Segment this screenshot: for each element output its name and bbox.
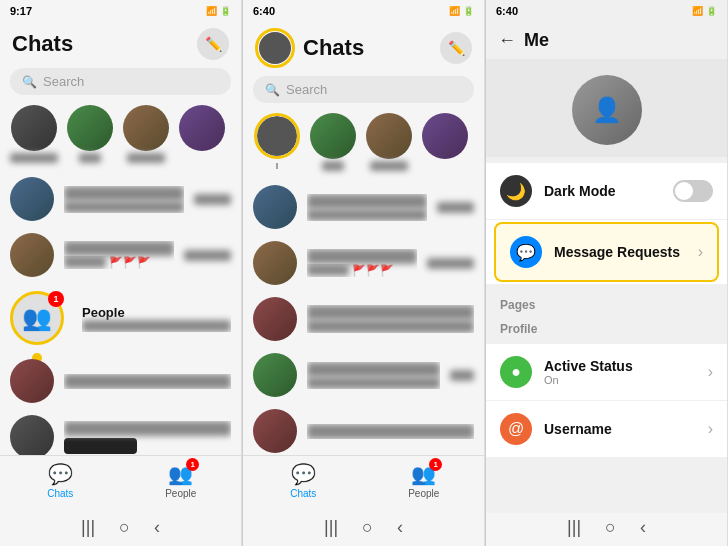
nav-bar-3: ||| ○ ‹ (486, 513, 727, 546)
dark-mode-toggle[interactable] (673, 180, 713, 202)
username-icon: @ (500, 413, 532, 445)
nav-chats-2[interactable]: 💬 Chats (243, 462, 364, 499)
nav-people-2[interactable]: 👥 1 People (364, 462, 485, 499)
chat-meta: 11 BA.MM (427, 258, 474, 269)
chat-content: Moocan Dlycn You: I pod some... (307, 194, 427, 221)
avatar-2 (67, 105, 113, 151)
dark-mode-icon: 🌙 (500, 175, 532, 207)
dark-mode-item[interactable]: 🌙 Dark Mode (486, 163, 727, 220)
back-arrow[interactable]: ← (498, 30, 516, 51)
home-btn-2[interactable]: ○ (362, 517, 373, 538)
panel-1: 9:17 📶🔋 Chats ✏️ 🔍 Search JXNMNN4K TMIN … (0, 0, 242, 546)
me-menu: 🌙 Dark Mode 💬 Message Requests › (486, 163, 727, 284)
menu-btn-3[interactable]: ||| (567, 517, 581, 538)
search-bar-2[interactable]: 🔍 Search (253, 76, 474, 103)
active-status-item[interactable]: ● Active Status On › (486, 344, 727, 401)
status-icons-3: 📶🔋 (692, 6, 717, 16)
avatar-item[interactable] (178, 105, 226, 163)
chat-item[interactable]: Jarnnlnh Dnnlnllo Jnrnnlnh 🚩🚩🚩 11 BA.MM (243, 235, 484, 291)
chat-meta: 1:01 PM (194, 194, 231, 205)
avatar-1 (11, 105, 57, 151)
avatar-r4 (422, 113, 468, 159)
chevron-right-icon-2: › (708, 363, 713, 381)
home-btn-3[interactable]: ○ (605, 517, 616, 538)
chat-item[interactable]: Jernnnl Wnlb (0, 353, 241, 409)
chat-avatar (253, 241, 297, 285)
bottom-nav-2: 💬 Chats 👥 1 People (243, 455, 484, 513)
chat-name: Moocan Dlycn (64, 186, 184, 201)
chat-preview: You: I pod some... (64, 201, 184, 213)
me-avatar-section: 👤 (486, 59, 727, 157)
chat-content: Moocan Dlycn You: I pod some... (64, 186, 184, 213)
chat-avatar (10, 177, 54, 221)
message-requests-label: Message Requests (554, 244, 686, 260)
people-badge: 1 (48, 291, 64, 307)
home-btn-1[interactable]: ○ (119, 517, 130, 538)
nav-bar-2: ||| ○ ‹ (243, 513, 484, 546)
message-requests-item[interactable]: 💬 Message Requests › (494, 222, 719, 282)
avatar-label-2: TMIN (79, 153, 101, 163)
avatar-r2 (310, 113, 356, 159)
avatar-item[interactable]: I (253, 113, 301, 171)
chat-item[interactable]: Timothy Alnlt IRAP ARAY (0, 409, 241, 455)
nav-people-label-1: People (165, 488, 196, 499)
me-avatar[interactable]: 👤 (572, 75, 642, 145)
active-status-icon: ● (500, 356, 532, 388)
chat-preview: YUL 🔴 6UI (307, 320, 474, 333)
status-bar-3: 6:40 📶🔋 (486, 0, 727, 22)
avatar-label-r1: I (276, 161, 279, 171)
chat-avatar (253, 185, 297, 229)
avatar-item[interactable]: JXNMNN4K (10, 105, 58, 163)
header-1: Chats ✏️ (0, 22, 241, 64)
avatar-item[interactable]: MHHNN4 (365, 113, 413, 171)
chat-avatar (10, 233, 54, 277)
chat-preview: You: I pod some... (307, 209, 427, 221)
back-btn-2[interactable]: ‹ (397, 517, 403, 538)
chat-avatar (10, 415, 54, 455)
me-header: ← Me (486, 22, 727, 59)
people-icon: 👥 1 (168, 462, 193, 486)
chat-item[interactable]: Jernnnl Wnlb (243, 403, 484, 455)
message-requests-icon: 💬 (510, 236, 542, 268)
chats-icon-2: 💬 (291, 462, 316, 486)
edit-icon[interactable]: ✏️ (197, 28, 229, 60)
chat-item[interactable]: Moocan Dlycn You: I pod some... 1:01 PM (0, 171, 241, 227)
people-highlight-circle: 👥 1 (10, 291, 64, 345)
people-item[interactable]: 👥 1 People AK (0, 283, 241, 353)
chat-meta: 411'2 (450, 370, 474, 381)
edit-icon-2[interactable]: ✏️ (440, 32, 472, 64)
menu-btn-1[interactable]: ||| (81, 517, 95, 538)
avatar-item[interactable] (421, 113, 469, 171)
dark-mode-text: Dark Mode (544, 183, 661, 199)
chevron-right-icon: › (698, 243, 703, 261)
avatar-item[interactable]: MHHNN4 (122, 105, 170, 163)
blocked-overlay: IRAP ARAY (64, 438, 137, 454)
chat-meta: 1:01 PM (437, 202, 474, 213)
username-label: Username (544, 421, 696, 437)
active-status-text: Active Status On (544, 358, 696, 386)
nav-people-1[interactable]: 👥 1 People (121, 462, 242, 499)
chat-preview: Jnrnnlnh 🚩🚩🚩 (307, 264, 417, 277)
chat-item[interactable]: Moocan Dlycn You: I pod some... 1:01 PM (243, 179, 484, 235)
avatar-row-1: JXNMNN4K TMIN MHHNN4 (0, 101, 241, 171)
chat-avatar (253, 353, 297, 397)
chat-name: Moocan Dlycn (307, 194, 427, 209)
chat-item[interactable]: Ucnlce Layder YUL 🔴 6UI (243, 291, 484, 347)
back-btn-3[interactable]: ‹ (640, 517, 646, 538)
chat-preview: Jnrnnlnh 🚩🚩🚩 (64, 256, 174, 269)
search-bar-1[interactable]: 🔍 Search (10, 68, 231, 95)
chat-name: Timothy Alnlt (64, 421, 231, 436)
username-item[interactable]: @ Username › (486, 401, 727, 458)
chat-name: DBKEZZA WANNAK (307, 362, 440, 377)
chat-item[interactable]: DBKEZZA WANNAK Your uney nnne 411'2 (243, 347, 484, 403)
pages-section-label: Pages (486, 290, 727, 314)
chat-name: Jarnnlnh Dnnlnllo (307, 249, 417, 264)
avatar-item[interactable]: TMIN (309, 113, 357, 171)
chat-item[interactable]: Jarnnlnh Dnnlnllo Jnrnnlnh 🚩🚩🚩 11 BA.MM (0, 227, 241, 283)
nav-chats-1[interactable]: 💬 Chats (0, 462, 121, 499)
avatar-item[interactable]: TMIN (66, 105, 114, 163)
menu-btn-2[interactable]: ||| (324, 517, 338, 538)
chat-preview: Your uney nnne (307, 377, 440, 389)
people-icon-2: 👥 1 (411, 462, 436, 486)
back-btn-1[interactable]: ‹ (154, 517, 160, 538)
